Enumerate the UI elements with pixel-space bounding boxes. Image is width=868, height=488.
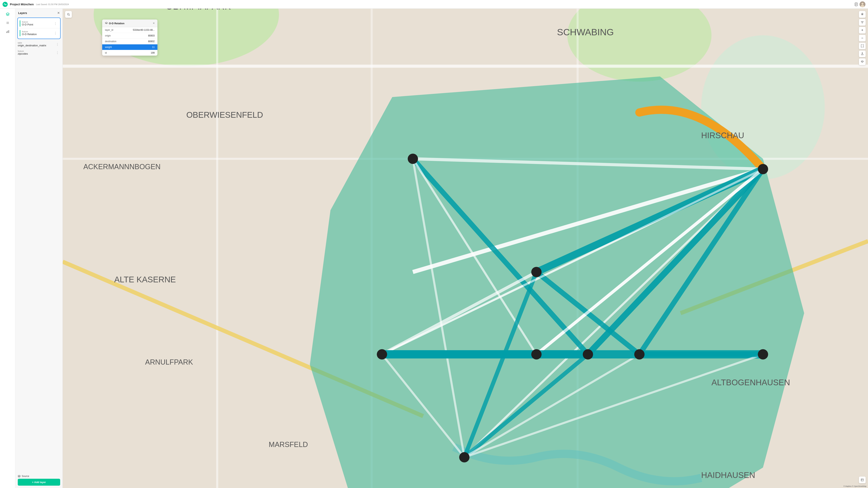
popup-key-id: id xyxy=(105,52,107,54)
sidebar-item-chart[interactable] xyxy=(4,28,12,35)
popup-value-origin: 80803 xyxy=(148,34,155,37)
popup-row-id: id 199 xyxy=(102,50,157,56)
popup-row-origin: origin 80803 xyxy=(102,33,157,39)
sidebar-item-layers[interactable] xyxy=(4,10,12,18)
layers-close-button[interactable]: ✕ xyxy=(57,11,60,15)
sidebar-item-list[interactable] xyxy=(4,19,12,27)
layer-item-od-relation[interactable]: feature O-D Relation ⋮ xyxy=(18,28,60,38)
layer-more-od-point[interactable]: ⋮ xyxy=(53,21,58,26)
od-relation-popup: O-D Relation × layer_id 5334ec90-1153-48… xyxy=(102,20,157,56)
layer-name-matrix: origin_destination_matrix xyxy=(18,44,55,47)
layer-name-od-relation: O-D Relation xyxy=(22,33,53,36)
map-search-button[interactable] xyxy=(65,11,72,18)
layer-type-zipcodes: feature xyxy=(18,50,55,52)
layer-color-od-point xyxy=(20,20,20,27)
svg-line-71 xyxy=(69,15,70,16)
layer-group-selected: feature O-D Point ⋮ feature O-D Relation… xyxy=(18,18,61,39)
popup-layer-icon xyxy=(105,22,108,25)
popup-row-weight: weight 11 xyxy=(102,44,157,50)
layer-name-zipcodes: zipcodes xyxy=(18,52,55,55)
popup-header: O-D Relation × xyxy=(102,20,157,27)
layer-more-matrix[interactable]: ⋮ xyxy=(55,42,60,47)
layer-name-od-point: O-D Point xyxy=(22,23,53,26)
popup-key-destination: destination xyxy=(105,40,116,43)
svg-rect-13 xyxy=(8,30,9,33)
layers-title: Layers xyxy=(18,11,27,14)
popup-row-destination: destination 80802 xyxy=(102,39,157,44)
popup-close-button[interactable]: × xyxy=(153,22,155,25)
layer-type-matrix: table xyxy=(18,42,55,44)
svg-text:OLYMPIAPARK: OLYMPIAPARK xyxy=(166,9,217,11)
popup-value-weight: 11 xyxy=(152,46,155,48)
map-area[interactable]: OLYMPIAPARK OBERWIESENFELD ACKERMANNNBOG… xyxy=(63,9,217,122)
layer-color-od-relation xyxy=(20,30,20,36)
popup-key-weight: weight xyxy=(105,46,112,48)
layer-more-zipcodes[interactable]: ⋮ xyxy=(55,51,60,55)
svg-rect-12 xyxy=(7,31,8,33)
popup-value-destination: 80802 xyxy=(148,40,155,43)
sidebar xyxy=(0,9,16,122)
popup-key-origin: origin xyxy=(105,34,111,37)
save-info: Last Saved: 01:50 PM 26/03/2024 xyxy=(36,3,69,5)
layer-item-od-point[interactable]: feature O-D Point ⋮ xyxy=(18,19,60,28)
layer-item-origin-dest-matrix[interactable]: table origin_destination_matrix ⋮ xyxy=(16,40,63,48)
app-header: Project München Last Saved: 01:50 PM 26/… xyxy=(0,0,217,9)
popup-title: O-D Relation xyxy=(105,22,124,25)
layer-item-zipcodes[interactable]: feature zipcodes ⋮ xyxy=(16,48,63,57)
layer-type-od-relation: feature xyxy=(22,31,53,33)
popup-value-id: 199 xyxy=(151,52,155,54)
layers-panel: Layers ✕ feature O-D Point ⋮ feature O-D… xyxy=(16,9,63,122)
layer-type-od-point: feature xyxy=(22,21,53,23)
project-title: Project München xyxy=(10,3,34,6)
popup-row-layer-id: layer_id 5334ec90-1153-48... xyxy=(102,27,157,33)
layers-header: Layers ✕ xyxy=(16,9,63,17)
layer-more-od-relation[interactable]: ⋮ xyxy=(53,31,58,35)
popup-value-layer-id: 5334ec90-1153-48... xyxy=(133,29,155,31)
app-logo xyxy=(2,2,8,7)
svg-rect-11 xyxy=(6,32,7,33)
svg-text:OBERWIESENFELD: OBERWIESENFELD xyxy=(186,110,217,120)
popup-key-layer-id: layer_id xyxy=(105,29,113,31)
